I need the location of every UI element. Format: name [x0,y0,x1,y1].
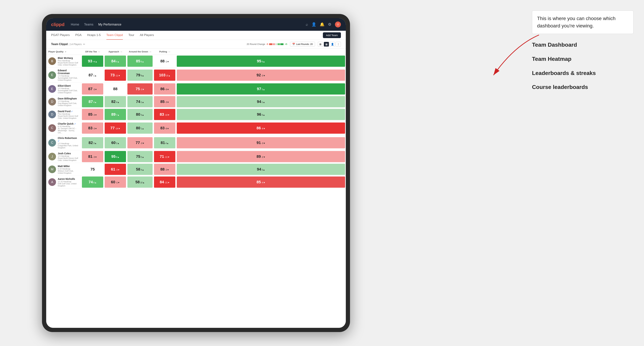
score-change: 7▲ [116,114,119,116]
view-user-button[interactable]: 👤 [330,42,335,47]
player-cell-2[interactable]: EElliot Ebert1-5 HandicapSunningdale Gol… [46,83,81,95]
score-change: -3▼ [93,156,97,158]
view-more-button[interactable]: ⋮ [336,42,341,47]
score-change: 1▲ [262,101,265,103]
score-change: -1▼ [165,60,169,63]
player-cell-4[interactable]: DDavid Ford ✓Plus HandicapRoyal North De… [46,108,81,121]
nav-link-home[interactable]: Home [71,22,79,27]
score-change: -2▼ [262,156,266,158]
view-heatmap-button[interactable]: ▦ [324,42,329,47]
player-name: Aaron Nicholls [58,177,79,180]
th-off-tee[interactable]: Off the Tee — [81,49,104,55]
player-cell-8[interactable]: MMatt Miller6-10 HandicapWoburn Golf Clu… [46,163,81,176]
player-info: Matt Miller6-10 HandicapWoburn Golf Club… [58,165,79,174]
last-rounds-button[interactable]: 📅 Last Rounds: 20 [290,42,315,46]
player-cell-9[interactable]: AAaron Nicholls11-15 HandicapDrift Golf … [46,176,81,188]
th-around-green[interactable]: Around the Green — [127,49,153,55]
score-value: 83 [160,126,164,130]
player-cell-7[interactable]: JJosh Coles1-5 HandicapRoyal North Devon… [46,150,81,163]
table-header-row: Player Quality ▼ Off the Tee — Approach … [46,49,346,55]
score-cell-putting: 86-8▼ [176,121,346,135]
score-change: 4▲ [141,169,144,171]
player-cell-5[interactable]: CCharlie Quick ✓6-10 HandicapSt. George'… [46,121,81,135]
score-value: 89 [256,154,261,159]
player-name: Josh Coles [58,152,79,155]
sub-nav: PGAT Players PGA Hcaps 1-5 Team Clippd T… [46,31,346,40]
score-value: 81 [161,141,165,145]
player-handicap: Plus Handicap [58,60,79,62]
nav-link-performance[interactable]: My Performance [98,22,122,27]
app-logo[interactable]: clippd [51,22,64,27]
view-toggle: ⊞ ▦ 👤 ⋮ [318,42,341,47]
score-cell-player_quality: 874▲ [81,95,104,108]
add-team-button[interactable]: Add Team [323,32,341,38]
score-value: 77 [136,141,140,145]
search-icon[interactable]: ⌕ [306,22,308,27]
score-cell-player_quality: 75 [81,163,104,176]
sub-nav-pga[interactable]: PGA [75,31,82,40]
nav-links: Home Teams My Performance [71,22,306,27]
score-cell-approach: 75-3▼ [127,83,153,95]
score-value: 103 [159,73,166,77]
sub-nav-all[interactable]: All Players [140,31,154,40]
score-value: 95 [257,59,261,63]
score-change: 1▲ [141,127,144,130]
bell-icon[interactable]: 🔔 [320,22,324,27]
score-change: 1▲ [141,101,144,103]
sub-nav-tour[interactable]: Tour [128,31,134,40]
score-cell-around_green: 83-10▼ [153,108,176,121]
score-cell-putting: 963▲ [176,108,346,121]
player-cell-0[interactable]: BBlair McHargPlus HandicapRoyal North De… [46,55,81,68]
player-name: Blair McHarg [58,57,79,59]
player-cell-6[interactable]: CChris Robertson ✓1-5 HandicapCraigmilla… [46,135,81,150]
score-cell-off_tee: 61-3▼ [104,163,127,176]
table-row: CCharlie Quick ✓6-10 HandicapSt. George'… [46,121,346,135]
team-header-right: 20 Round Change -5 +5 📅 Last Rounds: 20 [246,42,341,47]
player-handicap: 1-5 Handicap [58,75,79,77]
nav-link-teams[interactable]: Teams [84,22,94,27]
score-cell-around_green: 88-2▼ [153,163,176,176]
player-cell-3[interactable]: DDave Billingham1-5 HandicapGog Magog Go… [46,95,81,108]
score-change: 3▲ [262,169,265,171]
score-change: 15▲ [166,74,170,77]
player-info: David Ford ✓Plus HandicapRoyal North Dev… [58,110,79,119]
settings-icon[interactable]: ⚙ [328,22,332,27]
annotation-arrow [480,31,542,84]
sub-nav-pgat[interactable]: PGAT Players [51,31,70,40]
edit-team-icon[interactable]: ✏ [83,43,85,46]
score-cell-putting: 959▲ [176,55,346,68]
score-change: 4▲ [93,101,96,103]
player-club: St. George's Hill GC - Weybridge - Surre… [58,127,79,134]
verify-icon: ✓ [58,140,60,142]
player-club: Sunningdale Golf Club, United Kingdom [58,89,79,94]
table-row: BBlair McHargPlus HandicapRoyal North De… [46,55,346,68]
score-cell-approach: 858▲ [127,55,153,68]
player-handicap: 1-5 Handicap [58,100,79,102]
player-avatar: C [48,139,56,147]
player-avatar: E [48,71,56,79]
score-value: 96 [257,112,261,117]
score-change: -3▼ [93,127,97,130]
sub-nav-links: PGAT Players PGA Hcaps 1-5 Team Clippd T… [51,31,323,40]
th-player-quality[interactable]: Player Quality ▼ [46,49,81,55]
th-putting[interactable]: Putting — [153,49,176,55]
user-icon[interactable]: 👤 [312,22,316,27]
player-handicap: 1-5 Handicap [58,87,79,89]
score-value: 97 [257,87,261,91]
player-cell-1[interactable]: EEdward Crossman1-5 HandicapSunningdale … [46,68,81,83]
score-cell-off_tee: 77-14▼ [104,121,127,135]
view-grid-button[interactable]: ⊞ [318,42,323,47]
avatar[interactable]: U [335,21,341,27]
score-change: -6▼ [165,127,169,130]
sub-nav-hcaps[interactable]: Hcaps 1-5 [87,31,100,40]
score-change: 3▲ [141,114,144,116]
table-row: AAaron Nicholls11-15 HandicapDrift Golf … [46,176,346,188]
player-name: Dave Billingham [58,97,79,100]
score-change: -3▼ [93,114,97,116]
score-value: 87 [88,99,93,104]
score-cell-around_green: 84-21▼ [153,176,176,188]
th-approach[interactable]: Approach — [104,49,127,55]
sub-nav-team[interactable]: Team Clippd [106,31,123,40]
score-cell-off_tee: 846▲ [104,55,127,68]
score-cell-off_tee: 958▲ [104,150,127,163]
